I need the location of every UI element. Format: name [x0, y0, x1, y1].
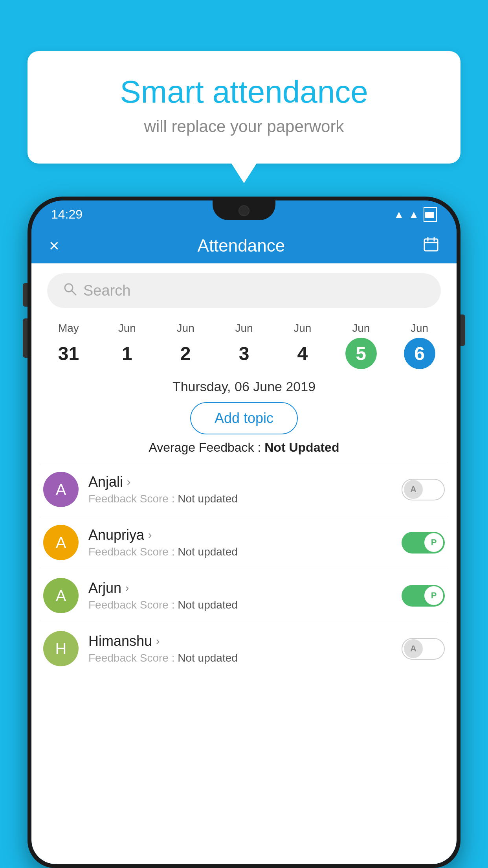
search-container: Search: [31, 263, 457, 314]
student-feedback: Feedback Score : Not updated: [88, 546, 392, 558]
calendar-row: May31Jun1Jun2Jun3Jun4Jun5Jun6: [31, 314, 457, 371]
calendar-day[interactable]: Jun4: [273, 322, 332, 369]
feedback-value: Not updated: [178, 652, 238, 664]
calendar-day[interactable]: Jun6: [390, 322, 449, 369]
cal-day-number: 1: [111, 338, 143, 369]
cal-month-label: Jun: [273, 322, 332, 335]
front-camera: [238, 205, 250, 216]
student-item[interactable]: AAnjali ›Feedback Score : Not updatedA: [39, 463, 449, 516]
screen-title: Attendance: [198, 236, 285, 256]
volume-up-button: [23, 283, 28, 307]
app-header: × Attendance: [31, 228, 457, 263]
toggle-label: P: [424, 586, 443, 605]
cal-month-label: Jun: [98, 322, 156, 335]
chevron-icon: ›: [156, 635, 160, 647]
student-avatar: H: [43, 631, 79, 666]
toggle-label: A: [404, 480, 423, 499]
student-feedback: Feedback Score : Not updated: [88, 493, 392, 505]
chevron-icon: ›: [127, 476, 130, 488]
attendance-toggle[interactable]: A: [402, 638, 445, 660]
search-icon: [63, 282, 77, 300]
cal-day-number: 31: [53, 338, 84, 369]
chevron-icon: ›: [148, 529, 152, 541]
student-info: Himanshu ›Feedback Score : Not updated: [88, 633, 392, 664]
speech-bubble: Smart attendance will replace your paper…: [28, 51, 460, 164]
status-time: 14:29: [51, 207, 83, 222]
bubble-subtitle: will replace your paperwork: [59, 117, 429, 136]
student-info: Anjali ›Feedback Score : Not updated: [88, 474, 392, 505]
student-feedback: Feedback Score : Not updated: [88, 599, 392, 611]
student-info: Anupriya ›Feedback Score : Not updated: [88, 527, 392, 558]
cal-month-label: May: [39, 322, 98, 335]
wifi-icon: ▲: [394, 208, 404, 221]
student-avatar: A: [43, 578, 79, 613]
cal-month-label: Jun: [215, 322, 273, 335]
feedback-value: Not updated: [178, 546, 238, 558]
selected-date: Thursday, 06 June 2019: [31, 371, 457, 402]
cal-month-label: Jun: [390, 322, 449, 335]
toggle-label: A: [404, 639, 423, 658]
avg-feedback: Average Feedback : Not Updated: [31, 440, 457, 455]
svg-rect-0: [424, 239, 438, 251]
attendance-toggle[interactable]: A: [402, 479, 445, 500]
avg-feedback-prefix: Average Feedback :: [149, 440, 265, 454]
cal-day-number: 6: [404, 338, 435, 369]
attendance-toggle[interactable]: P: [402, 585, 445, 607]
student-feedback: Feedback Score : Not updated: [88, 652, 392, 664]
battery-icon: [424, 207, 437, 222]
calendar-day[interactable]: May31: [39, 322, 98, 369]
cal-day-number: 3: [228, 338, 260, 369]
svg-line-5: [72, 291, 76, 295]
phone-frame: 14:29 ▲ ▲ × Attendance: [28, 197, 460, 868]
student-item[interactable]: AAnupriya ›Feedback Score : Not updatedP: [39, 516, 449, 569]
power-button: [460, 314, 465, 346]
calendar-day[interactable]: Jun3: [215, 322, 273, 369]
cal-day-number: 2: [170, 338, 201, 369]
calendar-day[interactable]: Jun2: [156, 322, 215, 369]
calendar-day[interactable]: Jun5: [332, 322, 390, 369]
search-bar[interactable]: Search: [47, 273, 441, 308]
student-item[interactable]: HHimanshu ›Feedback Score : Not updatedA: [39, 622, 449, 675]
search-placeholder: Search: [83, 282, 130, 299]
cal-month-label: Jun: [332, 322, 390, 335]
cal-month-label: Jun: [156, 322, 215, 335]
student-name: Anupriya ›: [88, 527, 392, 543]
student-avatar: A: [43, 525, 79, 560]
student-name: Himanshu ›: [88, 633, 392, 649]
calendar-day[interactable]: Jun1: [98, 322, 156, 369]
student-name: Arjun ›: [88, 580, 392, 596]
chevron-icon: ›: [125, 582, 129, 594]
feedback-value: Not updated: [178, 493, 238, 505]
toggle-label: P: [424, 533, 443, 552]
student-info: Arjun ›Feedback Score : Not updated: [88, 580, 392, 611]
status-icons: ▲ ▲: [394, 207, 437, 222]
signal-icon: ▲: [409, 208, 419, 221]
cal-day-number: 5: [345, 338, 377, 369]
calendar-icon[interactable]: [423, 236, 439, 256]
avg-feedback-value: Not Updated: [264, 440, 339, 454]
student-name: Anjali ›: [88, 474, 392, 490]
close-button[interactable]: ×: [49, 236, 59, 256]
student-item[interactable]: AArjun ›Feedback Score : Not updatedP: [39, 569, 449, 622]
cal-day-number: 4: [287, 338, 318, 369]
add-topic-button[interactable]: Add topic: [190, 402, 298, 434]
feedback-value: Not updated: [178, 599, 238, 611]
attendance-toggle[interactable]: P: [402, 532, 445, 554]
student-list: AAnjali ›Feedback Score : Not updatedAAA…: [31, 463, 457, 675]
content-area: Search May31Jun1Jun2Jun3Jun4Jun5Jun6 Thu…: [31, 263, 457, 864]
student-avatar: A: [43, 472, 79, 507]
volume-down-button: [23, 318, 28, 358]
phone-notch: [213, 200, 275, 220]
bubble-title: Smart attendance: [59, 75, 429, 109]
